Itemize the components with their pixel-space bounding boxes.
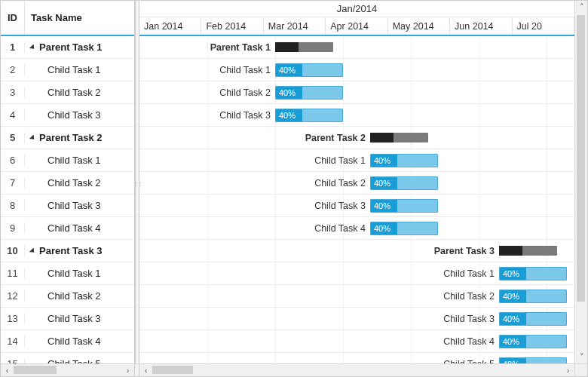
child-task-bar[interactable]: 40% xyxy=(499,357,567,364)
row-id: 8 xyxy=(1,200,25,211)
chart-rows: Parent Task 1Child Task 140%Child Task 2… xyxy=(139,36,574,363)
scroll-right-icon[interactable]: › xyxy=(562,364,574,377)
grid-row-child[interactable]: 4Child Task 3 xyxy=(1,104,134,127)
chart-hscroll-track[interactable] xyxy=(152,364,562,376)
grid-row-child[interactable]: 2Child Task 1 xyxy=(1,59,134,81)
task-bar-label: Child Task 2 xyxy=(443,291,499,302)
task-progress[interactable]: 40% xyxy=(500,313,526,325)
task-progress[interactable]: 40% xyxy=(276,87,302,99)
task-bar-label: Child Task 2 xyxy=(219,87,275,98)
row-name: Child Task 1 xyxy=(25,64,134,75)
row-name-label: Child Task 4 xyxy=(47,222,101,234)
timeline-month[interactable]: Jan 2014 xyxy=(139,17,201,35)
task-progress[interactable]: 40% xyxy=(371,222,397,234)
grid-hscroll-track[interactable] xyxy=(14,364,121,376)
task-progress[interactable] xyxy=(275,42,299,52)
grid-row-parent[interactable]: 10Parent Task 3 xyxy=(1,240,134,262)
row-id: 7 xyxy=(1,177,25,188)
task-progress[interactable]: 40% xyxy=(500,268,526,280)
task-progress[interactable]: 40% xyxy=(371,177,397,189)
grid-row-child[interactable]: 9Child Task 4 xyxy=(1,217,134,240)
chart-header: Jan/2014 Jan 2014Feb 2014Mar 2014Apr 201… xyxy=(139,1,574,36)
child-task-bar[interactable]: 40% xyxy=(275,63,343,77)
timeline-month[interactable]: Apr 2014 xyxy=(326,17,387,35)
child-task-bar[interactable]: 40% xyxy=(499,335,567,348)
child-task-bar[interactable]: 40% xyxy=(370,154,438,167)
timeline-month[interactable]: Feb 2014 xyxy=(201,17,263,35)
scroll-left-icon[interactable]: ‹ xyxy=(1,364,14,377)
grid-hscroll-thumb[interactable] xyxy=(14,366,57,374)
grid-hscrollbar[interactable]: ‹ › xyxy=(1,364,135,376)
task-progress[interactable]: 40% xyxy=(371,200,397,212)
timeline-months: Jan 2014Feb 2014Mar 2014Apr 2014May 2014… xyxy=(139,17,574,35)
task-progress[interactable]: 40% xyxy=(371,155,397,167)
grid-row-child[interactable]: 14Child Task 4 xyxy=(1,330,134,353)
task-progress[interactable]: 40% xyxy=(500,358,526,364)
row-name: Parent Task 3 xyxy=(25,245,134,256)
chart-hscroll-thumb[interactable] xyxy=(152,366,193,374)
gantt-body: ID Task Name 1Parent Task 12Child Task 1… xyxy=(1,1,587,363)
row-name: Child Task 3 xyxy=(25,200,134,211)
vscroll-thumb[interactable] xyxy=(577,15,585,302)
parent-task-bar[interactable] xyxy=(499,246,557,256)
timeline-month[interactable]: May 2014 xyxy=(388,17,450,35)
task-progress[interactable]: 40% xyxy=(500,290,526,302)
task-bar-label: Child Task 3 xyxy=(443,314,499,324)
child-task-bar[interactable]: 40% xyxy=(370,176,438,190)
row-id: 4 xyxy=(1,109,25,121)
collapse-icon[interactable] xyxy=(29,247,36,254)
grid-row-child[interactable]: 11Child Task 1 xyxy=(1,262,134,285)
scroll-left-icon[interactable]: ‹ xyxy=(139,364,152,377)
scroll-up-icon[interactable]: ˄ xyxy=(575,1,587,14)
grid-row-child[interactable]: 13Child Task 3 xyxy=(1,308,134,330)
row-id: 11 xyxy=(1,268,25,279)
child-task-bar[interactable]: 40% xyxy=(275,109,343,122)
scroll-right-icon[interactable]: › xyxy=(121,364,134,377)
chart-hscrollbar[interactable]: ‹ › xyxy=(139,364,574,376)
child-task-bar[interactable]: 40% xyxy=(275,86,343,100)
child-task-bar[interactable]: 40% xyxy=(370,199,438,213)
collapse-icon[interactable] xyxy=(29,134,36,141)
child-task-bar[interactable]: 40% xyxy=(370,222,438,235)
task-progress[interactable] xyxy=(370,133,394,143)
collapse-icon[interactable] xyxy=(29,44,36,51)
timeline-month[interactable]: Jun 2014 xyxy=(450,17,512,35)
task-bar-label: Child Task 3 xyxy=(314,201,370,211)
child-task-bar[interactable]: 40% xyxy=(499,312,567,326)
grid-row-child[interactable]: 6Child Task 1 xyxy=(1,149,134,172)
task-progress[interactable]: 40% xyxy=(276,109,302,121)
timeline-month[interactable]: Jul 20 xyxy=(513,17,574,35)
row-name: Child Task 2 xyxy=(25,290,134,302)
grid-row-child[interactable]: 12Child Task 2 xyxy=(1,285,134,308)
parent-task-bar[interactable] xyxy=(370,133,428,143)
task-progress[interactable] xyxy=(499,246,522,256)
grid-row-child[interactable]: 3Child Task 2 xyxy=(1,81,134,104)
task-bar-label: Child Task 3 xyxy=(219,110,275,121)
child-task-bar[interactable]: 40% xyxy=(499,290,567,303)
task-bar-label: Child Task 1 xyxy=(443,268,499,279)
scroll-down-icon[interactable]: ˅ xyxy=(575,351,587,363)
chart-row-child: Child Task 240% xyxy=(139,81,574,104)
vscroll-track[interactable] xyxy=(575,14,587,351)
task-progress[interactable]: 40% xyxy=(500,336,526,348)
child-task-bar[interactable]: 40% xyxy=(499,267,567,280)
hscroll-zone: ‹ › ‹ › xyxy=(1,363,587,376)
scrollbar-corner xyxy=(574,364,587,376)
row-name-label: Child Task 5 xyxy=(47,358,101,363)
grid-row-child[interactable]: 15Child Task 5 xyxy=(1,353,134,363)
col-header-id[interactable]: ID xyxy=(1,1,25,35)
row-id: 14 xyxy=(1,336,25,347)
row-name: Child Task 3 xyxy=(25,109,134,121)
parent-task-bar[interactable] xyxy=(275,42,333,52)
timeline-month[interactable]: Mar 2014 xyxy=(264,17,326,35)
grid-row-parent[interactable]: 5Parent Task 2 xyxy=(1,127,134,149)
vertical-scrollbar[interactable]: ˄ ˅ xyxy=(574,1,587,363)
grid-row-child[interactable]: 8Child Task 3 xyxy=(1,195,134,217)
col-header-name[interactable]: Task Name xyxy=(25,1,134,35)
row-id: 15 xyxy=(1,358,25,363)
task-progress[interactable]: 40% xyxy=(276,64,302,76)
chart-row-child: Child Task 240% xyxy=(139,172,574,195)
grid-row-parent[interactable]: 1Parent Task 1 xyxy=(1,36,134,59)
row-name-label: Child Task 3 xyxy=(47,109,101,121)
grid-row-child[interactable]: 7Child Task 2 xyxy=(1,172,134,195)
